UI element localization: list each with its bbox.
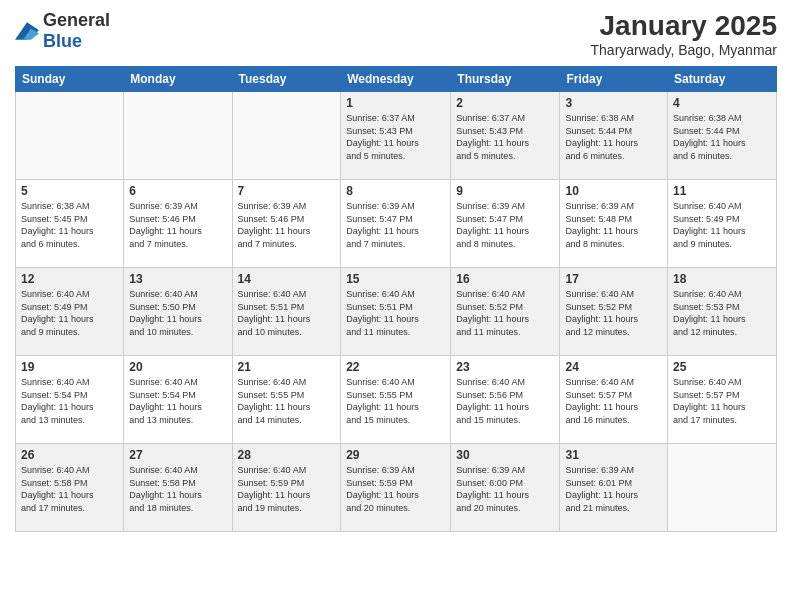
table-row bbox=[668, 444, 777, 532]
day-info: Sunrise: 6:39 AM Sunset: 5:47 PM Dayligh… bbox=[346, 200, 445, 250]
day-info: Sunrise: 6:38 AM Sunset: 5:44 PM Dayligh… bbox=[565, 112, 662, 162]
day-number: 26 bbox=[21, 448, 118, 462]
table-row: 27Sunrise: 6:40 AM Sunset: 5:58 PM Dayli… bbox=[124, 444, 232, 532]
col-tuesday: Tuesday bbox=[232, 67, 341, 92]
table-row: 25Sunrise: 6:40 AM Sunset: 5:57 PM Dayli… bbox=[668, 356, 777, 444]
day-number: 12 bbox=[21, 272, 118, 286]
day-info: Sunrise: 6:40 AM Sunset: 5:54 PM Dayligh… bbox=[21, 376, 118, 426]
day-number: 28 bbox=[238, 448, 336, 462]
table-row: 2Sunrise: 6:37 AM Sunset: 5:43 PM Daylig… bbox=[451, 92, 560, 180]
day-number: 20 bbox=[129, 360, 226, 374]
day-number: 27 bbox=[129, 448, 226, 462]
day-number: 11 bbox=[673, 184, 771, 198]
day-number: 24 bbox=[565, 360, 662, 374]
day-info: Sunrise: 6:40 AM Sunset: 5:52 PM Dayligh… bbox=[565, 288, 662, 338]
day-info: Sunrise: 6:40 AM Sunset: 5:51 PM Dayligh… bbox=[238, 288, 336, 338]
day-number: 31 bbox=[565, 448, 662, 462]
day-info: Sunrise: 6:40 AM Sunset: 5:59 PM Dayligh… bbox=[238, 464, 336, 514]
day-info: Sunrise: 6:40 AM Sunset: 5:49 PM Dayligh… bbox=[21, 288, 118, 338]
table-row: 12Sunrise: 6:40 AM Sunset: 5:49 PM Dayli… bbox=[16, 268, 124, 356]
day-info: Sunrise: 6:40 AM Sunset: 5:58 PM Dayligh… bbox=[129, 464, 226, 514]
day-number: 18 bbox=[673, 272, 771, 286]
calendar-week-row: 1Sunrise: 6:37 AM Sunset: 5:43 PM Daylig… bbox=[16, 92, 777, 180]
table-row: 23Sunrise: 6:40 AM Sunset: 5:56 PM Dayli… bbox=[451, 356, 560, 444]
calendar-week-row: 26Sunrise: 6:40 AM Sunset: 5:58 PM Dayli… bbox=[16, 444, 777, 532]
day-number: 25 bbox=[673, 360, 771, 374]
table-row: 6Sunrise: 6:39 AM Sunset: 5:46 PM Daylig… bbox=[124, 180, 232, 268]
table-row bbox=[232, 92, 341, 180]
day-info: Sunrise: 6:37 AM Sunset: 5:43 PM Dayligh… bbox=[456, 112, 554, 162]
table-row: 19Sunrise: 6:40 AM Sunset: 5:54 PM Dayli… bbox=[16, 356, 124, 444]
day-number: 8 bbox=[346, 184, 445, 198]
day-info: Sunrise: 6:38 AM Sunset: 5:45 PM Dayligh… bbox=[21, 200, 118, 250]
col-monday: Monday bbox=[124, 67, 232, 92]
month-title: January 2025 bbox=[591, 10, 777, 42]
day-info: Sunrise: 6:38 AM Sunset: 5:44 PM Dayligh… bbox=[673, 112, 771, 162]
day-number: 14 bbox=[238, 272, 336, 286]
day-info: Sunrise: 6:39 AM Sunset: 5:46 PM Dayligh… bbox=[129, 200, 226, 250]
table-row: 29Sunrise: 6:39 AM Sunset: 5:59 PM Dayli… bbox=[341, 444, 451, 532]
col-sunday: Sunday bbox=[16, 67, 124, 92]
logo-blue: Blue bbox=[43, 31, 82, 51]
table-row bbox=[16, 92, 124, 180]
day-number: 16 bbox=[456, 272, 554, 286]
table-row: 15Sunrise: 6:40 AM Sunset: 5:51 PM Dayli… bbox=[341, 268, 451, 356]
calendar-header-row: Sunday Monday Tuesday Wednesday Thursday… bbox=[16, 67, 777, 92]
title-section: January 2025 Tharyarwady, Bago, Myanmar bbox=[591, 10, 777, 58]
table-row: 3Sunrise: 6:38 AM Sunset: 5:44 PM Daylig… bbox=[560, 92, 668, 180]
day-info: Sunrise: 6:39 AM Sunset: 6:01 PM Dayligh… bbox=[565, 464, 662, 514]
header: General Blue January 2025 Tharyarwady, B… bbox=[15, 10, 777, 58]
day-info: Sunrise: 6:40 AM Sunset: 5:54 PM Dayligh… bbox=[129, 376, 226, 426]
table-row: 24Sunrise: 6:40 AM Sunset: 5:57 PM Dayli… bbox=[560, 356, 668, 444]
table-row: 28Sunrise: 6:40 AM Sunset: 5:59 PM Dayli… bbox=[232, 444, 341, 532]
col-saturday: Saturday bbox=[668, 67, 777, 92]
day-info: Sunrise: 6:40 AM Sunset: 5:50 PM Dayligh… bbox=[129, 288, 226, 338]
table-row: 31Sunrise: 6:39 AM Sunset: 6:01 PM Dayli… bbox=[560, 444, 668, 532]
table-row: 9Sunrise: 6:39 AM Sunset: 5:47 PM Daylig… bbox=[451, 180, 560, 268]
table-row: 7Sunrise: 6:39 AM Sunset: 5:46 PM Daylig… bbox=[232, 180, 341, 268]
day-number: 19 bbox=[21, 360, 118, 374]
table-row: 13Sunrise: 6:40 AM Sunset: 5:50 PM Dayli… bbox=[124, 268, 232, 356]
calendar-table: Sunday Monday Tuesday Wednesday Thursday… bbox=[15, 66, 777, 532]
day-info: Sunrise: 6:40 AM Sunset: 5:53 PM Dayligh… bbox=[673, 288, 771, 338]
table-row: 14Sunrise: 6:40 AM Sunset: 5:51 PM Dayli… bbox=[232, 268, 341, 356]
logo-general: General bbox=[43, 10, 110, 30]
table-row: 26Sunrise: 6:40 AM Sunset: 5:58 PM Dayli… bbox=[16, 444, 124, 532]
page: General Blue January 2025 Tharyarwady, B… bbox=[0, 0, 792, 612]
col-thursday: Thursday bbox=[451, 67, 560, 92]
calendar-week-row: 12Sunrise: 6:40 AM Sunset: 5:49 PM Dayli… bbox=[16, 268, 777, 356]
table-row: 1Sunrise: 6:37 AM Sunset: 5:43 PM Daylig… bbox=[341, 92, 451, 180]
day-number: 1 bbox=[346, 96, 445, 110]
calendar-week-row: 5Sunrise: 6:38 AM Sunset: 5:45 PM Daylig… bbox=[16, 180, 777, 268]
col-wednesday: Wednesday bbox=[341, 67, 451, 92]
day-info: Sunrise: 6:40 AM Sunset: 5:55 PM Dayligh… bbox=[238, 376, 336, 426]
day-info: Sunrise: 6:40 AM Sunset: 5:51 PM Dayligh… bbox=[346, 288, 445, 338]
day-info: Sunrise: 6:40 AM Sunset: 5:56 PM Dayligh… bbox=[456, 376, 554, 426]
table-row: 20Sunrise: 6:40 AM Sunset: 5:54 PM Dayli… bbox=[124, 356, 232, 444]
day-number: 22 bbox=[346, 360, 445, 374]
day-number: 17 bbox=[565, 272, 662, 286]
day-number: 23 bbox=[456, 360, 554, 374]
day-number: 6 bbox=[129, 184, 226, 198]
day-number: 2 bbox=[456, 96, 554, 110]
day-number: 9 bbox=[456, 184, 554, 198]
table-row: 21Sunrise: 6:40 AM Sunset: 5:55 PM Dayli… bbox=[232, 356, 341, 444]
day-number: 4 bbox=[673, 96, 771, 110]
day-info: Sunrise: 6:39 AM Sunset: 5:48 PM Dayligh… bbox=[565, 200, 662, 250]
day-info: Sunrise: 6:40 AM Sunset: 5:58 PM Dayligh… bbox=[21, 464, 118, 514]
day-number: 30 bbox=[456, 448, 554, 462]
day-number: 3 bbox=[565, 96, 662, 110]
table-row: 18Sunrise: 6:40 AM Sunset: 5:53 PM Dayli… bbox=[668, 268, 777, 356]
day-info: Sunrise: 6:40 AM Sunset: 5:57 PM Dayligh… bbox=[565, 376, 662, 426]
table-row: 10Sunrise: 6:39 AM Sunset: 5:48 PM Dayli… bbox=[560, 180, 668, 268]
logo: General Blue bbox=[15, 10, 110, 52]
day-number: 15 bbox=[346, 272, 445, 286]
day-info: Sunrise: 6:40 AM Sunset: 5:52 PM Dayligh… bbox=[456, 288, 554, 338]
table-row: 16Sunrise: 6:40 AM Sunset: 5:52 PM Dayli… bbox=[451, 268, 560, 356]
day-info: Sunrise: 6:39 AM Sunset: 6:00 PM Dayligh… bbox=[456, 464, 554, 514]
day-info: Sunrise: 6:40 AM Sunset: 5:49 PM Dayligh… bbox=[673, 200, 771, 250]
day-number: 13 bbox=[129, 272, 226, 286]
table-row: 30Sunrise: 6:39 AM Sunset: 6:00 PM Dayli… bbox=[451, 444, 560, 532]
logo-text: General Blue bbox=[43, 10, 110, 52]
table-row: 4Sunrise: 6:38 AM Sunset: 5:44 PM Daylig… bbox=[668, 92, 777, 180]
